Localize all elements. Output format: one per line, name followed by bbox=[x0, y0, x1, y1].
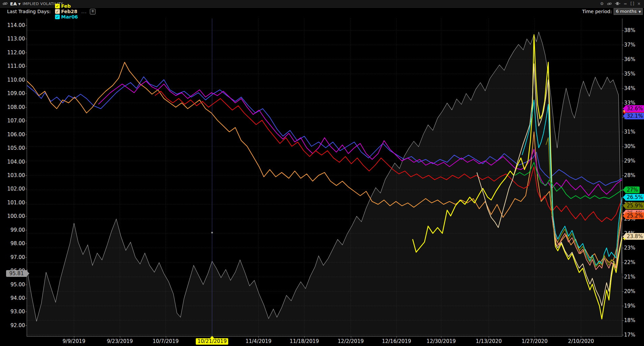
expiry-item-feb[interactable]: ✓Feb bbox=[55, 3, 78, 9]
x-axis-tick bbox=[120, 336, 120, 338]
right-axis-label: 23% bbox=[624, 245, 635, 251]
x-axis-label: 12/16/2019 bbox=[382, 338, 411, 344]
value-badge: 25.2% bbox=[625, 212, 644, 219]
x-axis-label: 12/30/2019 bbox=[427, 338, 456, 344]
left-axis-label: 92.00 bbox=[1, 322, 25, 328]
value-badge: 25.9% bbox=[625, 202, 644, 209]
value-badge: 23.8% bbox=[625, 233, 644, 240]
value-badge: 26.5% bbox=[625, 194, 644, 201]
checkbox-icon[interactable]: ✓ bbox=[55, 9, 60, 14]
toolbar: Last Trading Days: ✓Feb✓Feb28✓Mar06 ... … bbox=[0, 8, 644, 15]
chart-plot-area[interactable] bbox=[27, 19, 622, 336]
time-period-label: Time period: bbox=[582, 9, 612, 14]
right-axis-tick bbox=[622, 161, 624, 161]
left-axis-tick bbox=[25, 189, 27, 189]
value-badge: 32.1% bbox=[625, 113, 644, 119]
left-axis-label: 101.00 bbox=[1, 200, 25, 206]
right-axis-label: 34% bbox=[624, 85, 635, 91]
right-axis-tick bbox=[622, 103, 624, 103]
crosshair-date-label: 10/21/2019 bbox=[196, 338, 228, 345]
gear-icon[interactable]: ⚙ bbox=[600, 2, 604, 6]
add-expiry-button[interactable]: + bbox=[90, 9, 96, 15]
x-axis-tick bbox=[441, 336, 441, 338]
left-axis-tick bbox=[25, 25, 27, 26]
expiry-label: Feb28 bbox=[61, 9, 77, 14]
close-icon[interactable]: × bbox=[637, 2, 641, 6]
left-axis-tick bbox=[25, 243, 27, 244]
badge-arrow bbox=[623, 213, 625, 218]
x-axis-tick bbox=[351, 336, 351, 338]
left-axis-label: 113.00 bbox=[1, 36, 25, 42]
left-axis-label: 106.00 bbox=[1, 132, 25, 138]
y-axis-line-right bbox=[622, 19, 622, 336]
right-axis-label: 28% bbox=[624, 172, 635, 178]
left-axis-tick bbox=[25, 175, 27, 176]
left-axis-label: 114.00 bbox=[1, 22, 25, 28]
crosshair-marker-icon bbox=[210, 336, 214, 338]
value-badge: 27% bbox=[625, 186, 640, 193]
link-icon[interactable] bbox=[3, 2, 7, 6]
right-axis-label: 29% bbox=[624, 158, 635, 164]
more-expiries-label[interactable]: ... bbox=[81, 9, 87, 14]
right-axis-tick bbox=[622, 291, 624, 292]
chevron-down-icon: ▼ bbox=[639, 10, 641, 13]
left-axis-label: 111.00 bbox=[1, 63, 25, 69]
badge-arrow bbox=[623, 203, 625, 208]
window-controls: ⚙ = [ ] × bbox=[600, 2, 644, 6]
right-axis-tick bbox=[622, 74, 624, 74]
left-axis-label: 112.00 bbox=[1, 50, 25, 56]
right-axis-tick bbox=[622, 219, 624, 219]
expiry-label: Feb bbox=[61, 3, 71, 9]
symbol-ticker[interactable]: EA bbox=[10, 1, 17, 6]
symbol-dropdown-caret[interactable]: ▼ bbox=[18, 2, 21, 6]
left-axis-label: 100.00 bbox=[1, 213, 25, 219]
expiry-item-feb28[interactable]: ✓Feb28 bbox=[55, 9, 78, 14]
x-axis-tick bbox=[581, 336, 581, 338]
left-axis-label: 94.00 bbox=[1, 295, 25, 301]
left-axis-tick bbox=[25, 148, 27, 148]
right-axis-label: 30% bbox=[624, 143, 635, 149]
right-axis-label: 19% bbox=[624, 303, 635, 309]
left-axis-tick bbox=[25, 312, 27, 312]
left-axis-tick bbox=[25, 53, 27, 53]
left-axis-label: 108.00 bbox=[1, 104, 25, 110]
left-axis-label: 93.00 bbox=[1, 309, 25, 315]
left-axis-label: 95.00 bbox=[1, 282, 25, 288]
left-axis-tick bbox=[25, 107, 27, 108]
right-axis-tick bbox=[622, 306, 624, 306]
right-axis-label: 35% bbox=[624, 71, 635, 77]
right-axis-label: 37% bbox=[624, 42, 635, 48]
right-axis-label: 38% bbox=[624, 27, 635, 33]
right-axis-label: 18% bbox=[624, 317, 635, 323]
right-axis-label: 31% bbox=[624, 129, 635, 135]
x-axis-tick bbox=[489, 336, 489, 338]
right-axis-tick bbox=[622, 146, 624, 147]
left-axis-tick bbox=[25, 80, 27, 80]
x-axis-label: 9/9/2019 bbox=[62, 338, 85, 344]
checkbox-icon[interactable]: ✓ bbox=[55, 4, 60, 8]
left-axis-tick bbox=[25, 203, 27, 203]
left-axis-label: 99.00 bbox=[1, 227, 25, 233]
minimize-icon[interactable]: = bbox=[624, 2, 627, 6]
right-axis-tick bbox=[622, 59, 624, 60]
title-bar: EA ▼ IMPLIED VOLATILITY ⚙ = [ ] × bbox=[0, 0, 644, 8]
left-axis-tick bbox=[25, 230, 27, 230]
link-share-icon[interactable] bbox=[607, 2, 612, 6]
x-axis-label: 11/4/2019 bbox=[246, 338, 272, 344]
x-axis-tick bbox=[258, 336, 259, 338]
x-axis-tick bbox=[396, 336, 397, 338]
maximize-icon[interactable]: [ ] bbox=[630, 2, 634, 6]
last-price-badge: 95.81 bbox=[6, 270, 27, 277]
last-trading-days-label: Last Trading Days: bbox=[7, 9, 51, 14]
left-axis-label: 104.00 bbox=[1, 159, 25, 165]
x-axis-label: 1/13/2020 bbox=[476, 338, 502, 344]
x-axis-tick bbox=[304, 336, 305, 338]
x-axis-label: 12/2/2019 bbox=[338, 338, 364, 344]
left-axis-tick bbox=[25, 298, 27, 298]
right-axis-tick bbox=[622, 335, 624, 335]
time-period-select[interactable]: 6 months ▼ bbox=[614, 8, 643, 15]
pin-icon[interactable] bbox=[615, 2, 620, 6]
time-period-value: 6 months bbox=[616, 9, 637, 14]
cursor-dot bbox=[211, 232, 213, 233]
x-axis-tick bbox=[74, 336, 74, 338]
